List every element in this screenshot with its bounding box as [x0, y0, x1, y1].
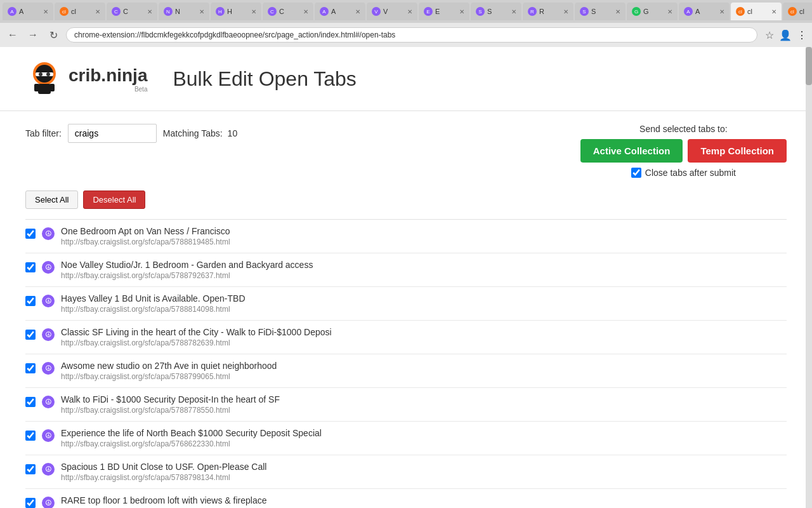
tab-checkbox-4[interactable] [25, 363, 36, 373]
tab-icon-6 [42, 429, 55, 442]
tab-url-3: http://sfbay.craigslist.org/sfc/apa/5788… [61, 338, 787, 347]
tab-favicon-7: A [320, 7, 329, 16]
tab-item-5: Walk to FiDi - $1000 Security Deposit-In… [25, 388, 787, 422]
browser-tab-3[interactable]: C C ✕ [107, 3, 157, 20]
tab-title-7: Spacious 1 BD Unit Close to USF. Open-Pl… [61, 462, 787, 472]
tab-close-14[interactable]: ✕ [719, 8, 724, 15]
tab-checkbox-7[interactable] [25, 464, 36, 474]
tab-close-11[interactable]: ✕ [563, 8, 568, 15]
tab-item-2: Hayes Valley 1 Bd Unit is Available. Ope… [25, 287, 787, 321]
forward-button[interactable]: → [25, 29, 41, 41]
main-area: Tab filter: Matching Tabs: 10 Send selec… [0, 111, 812, 508]
matching-text: Matching Tabs: 10 [163, 128, 237, 138]
deselect-all-button[interactable]: Deselect All [83, 190, 145, 209]
browser-tab-16[interactable]: cl cl ✕ [783, 3, 812, 20]
tab-close-5[interactable]: ✕ [251, 8, 256, 15]
tab-title-5: Walk to FiDi - $1000 Security Deposit-In… [61, 394, 787, 404]
tab-close-13[interactable]: ✕ [667, 8, 672, 15]
tab-favicon-2: cl [60, 7, 69, 16]
browser-tab-11[interactable]: R R ✕ [523, 3, 573, 20]
tab-icon-1 [42, 261, 55, 274]
back-button[interactable]: ← [5, 29, 20, 41]
temp-collection-button[interactable]: Temp Collection [688, 139, 787, 163]
tab-favicon-9: E [424, 7, 433, 16]
tab-info-0: One Bedroom Apt on Van Ness / Francisco … [61, 226, 787, 246]
browser-tab-5[interactable]: H H ✕ [211, 3, 261, 20]
controls-row: Tab filter: Matching Tabs: 10 Send selec… [25, 124, 787, 178]
tab-icon-5 [42, 396, 55, 408]
user-icon[interactable]: 👤 [779, 29, 792, 41]
svg-point-3 [39, 72, 43, 76]
scrollbar-thumb[interactable] [806, 47, 812, 85]
browser-tab-7[interactable]: A A ✕ [315, 3, 365, 20]
scrollbar[interactable] [806, 47, 812, 508]
tab-title-2: Hayes Valley 1 Bd Unit is Available. Ope… [61, 293, 787, 304]
close-tabs-label: Close tabs after submit [645, 168, 736, 178]
tab-checkbox-8[interactable] [25, 498, 36, 508]
tab-icon-8 [42, 497, 55, 508]
tab-checkbox-6[interactable] [25, 431, 36, 441]
tab-checkbox-1[interactable] [25, 262, 36, 272]
active-collection-button[interactable]: Active Collection [580, 139, 683, 163]
tab-close-9[interactable]: ✕ [459, 8, 464, 15]
browser-tab-14[interactable]: A A ✕ [679, 3, 730, 20]
tab-item-0: One Bedroom Apt on Van Ness / Francisco … [25, 220, 787, 253]
tab-item-8: RARE top floor 1 bedroom loft with views… [25, 489, 787, 508]
browser-tab-15[interactable]: cl cl ✕ [731, 3, 782, 20]
reload-button[interactable]: ↻ [46, 29, 61, 41]
tab-bar: A A ✕ cl cl ✕ C C ✕ N N ✕ H H ✕ C C ✕ [0, 0, 812, 23]
tab-close-1[interactable]: ✕ [43, 8, 48, 15]
tab-favicon-4: N [164, 7, 173, 16]
close-tabs-checkbox[interactable] [631, 168, 641, 178]
filter-label: Tab filter: [25, 128, 62, 138]
tab-close-2[interactable]: ✕ [95, 8, 100, 15]
browser-tab-6[interactable]: C C ✕ [263, 3, 313, 20]
tab-item-1: Noe Valley Studio/Jr. 1 Bedroom - Garden… [25, 253, 787, 287]
tab-close-15[interactable]: ✕ [771, 8, 776, 15]
tab-checkbox-3[interactable] [25, 330, 36, 340]
tab-close-12[interactable]: ✕ [615, 8, 620, 15]
tab-title-3: Classic SF Living in the heart of the Ci… [61, 327, 787, 337]
filter-section: Tab filter: Matching Tabs: 10 [25, 124, 237, 143]
browser-tab-12[interactable]: S S ✕ [575, 3, 625, 20]
tab-url-4: http://sfbay.craigslist.org/sfc/apa/5788… [61, 372, 787, 381]
tab-favicon-11: R [528, 7, 537, 16]
browser-tab-8[interactable]: V V ✕ [367, 3, 417, 20]
tab-checkbox-5[interactable] [25, 397, 36, 407]
tab-title-1: Noe Valley Studio/Jr. 1 Bedroom - Garden… [61, 260, 787, 270]
tab-title-4: Awsome new studio on 27th Ave in quiet n… [61, 361, 787, 371]
logo-text-area: crib.ninja Beta [69, 65, 147, 93]
browser-tab-10[interactable]: S S ✕ [471, 3, 521, 20]
address-bar[interactable]: chrome-extension://flbdcmkfegekkcofpdgkd… [66, 27, 757, 43]
tab-url-0: http://sfbay.craigslist.org/sfc/apa/5788… [61, 237, 787, 246]
menu-icon[interactable]: ⋮ [797, 29, 807, 41]
tab-url-1: http://sfbay.craigslist.org/sfc/apa/5788… [61, 271, 787, 280]
tab-checkbox-0[interactable] [25, 229, 36, 239]
tab-close-4[interactable]: ✕ [199, 8, 204, 15]
browser-tab-9[interactable]: E E ✕ [419, 3, 469, 20]
select-all-button[interactable]: Select All [25, 190, 78, 209]
tab-close-6[interactable]: ✕ [303, 8, 308, 15]
send-section: Send selected tabs to: Active Collection… [580, 124, 787, 178]
logo-area: crib.ninja Beta [25, 60, 147, 98]
browser-tab-2[interactable]: cl cl ✕ [55, 3, 105, 20]
tab-item-6: Experience the life of North Beach $1000… [25, 422, 787, 455]
tab-checkbox-2[interactable] [25, 296, 36, 306]
browser-tab-4[interactable]: N N ✕ [159, 3, 209, 20]
tab-favicon-10: S [476, 7, 485, 16]
browser-tab-1[interactable]: A A ✕ [3, 3, 53, 20]
tab-filter-input[interactable] [68, 124, 157, 143]
tab-favicon-3: C [112, 7, 121, 16]
tab-close-7[interactable]: ✕ [355, 8, 360, 15]
tab-list: One Bedroom Apt on Van Ness / Francisco … [25, 219, 787, 508]
tab-close-3[interactable]: ✕ [147, 8, 152, 15]
address-bar-row: ← → ↻ chrome-extension://flbdcmkfegekkco… [0, 23, 812, 47]
page-title: Bulk Edit Open Tabs [173, 67, 356, 91]
tab-close-10[interactable]: ✕ [511, 8, 516, 15]
tab-icon-4 [42, 362, 55, 375]
tab-close-8[interactable]: ✕ [407, 8, 412, 15]
browser-tab-13[interactable]: G G ✕ [627, 3, 678, 20]
bookmark-icon[interactable]: ☆ [765, 29, 774, 41]
tab-favicon-14: A [684, 7, 693, 16]
tab-item-3: Classic SF Living in the heart of the Ci… [25, 321, 787, 354]
